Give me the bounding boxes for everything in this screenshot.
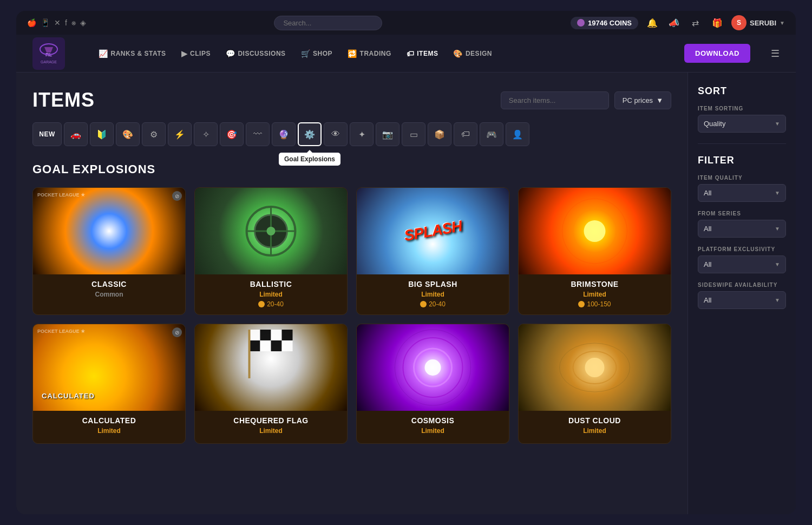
nav-ranks-stats[interactable]: 📈 RANKS & STATS bbox=[92, 45, 173, 62]
items-header: ITEMS PC prices ▼ bbox=[32, 89, 671, 111]
item-classic-nobadge-icon: ⊘ bbox=[172, 191, 182, 201]
series-select-value: All bbox=[704, 225, 711, 233]
nav-discussions[interactable]: 💬 DISCUSSIONS bbox=[219, 45, 292, 62]
user-badge[interactable]: S SERUBI ▼ bbox=[731, 15, 785, 30]
wheels-icon: ⚙ bbox=[150, 129, 158, 140]
item-chequered-flag-image bbox=[195, 324, 347, 411]
filter-title: FILTER bbox=[698, 155, 786, 166]
cat-engine-button[interactable]: 👁 bbox=[324, 122, 348, 146]
item-big-splash-price-value: 20-40 bbox=[429, 300, 446, 308]
right-sidebar: SORT ITEM SORTING Quality ▼ FILTER ITEM … bbox=[687, 73, 796, 514]
paint-icon: 🎨 bbox=[122, 129, 133, 140]
logo-area[interactable]: RL GARAGE bbox=[32, 37, 65, 70]
ranks-icon: 📈 bbox=[99, 49, 108, 58]
item-ballistic-price-value: 20-40 bbox=[267, 300, 284, 308]
price-dropdown[interactable]: PC prices ▼ bbox=[614, 91, 671, 109]
nav-clips-label: CLIPS bbox=[190, 50, 211, 57]
item-brimstone[interactable]: BRIMSTONE Limited 100-150 bbox=[518, 187, 671, 315]
goal-explosions-tooltip: Goal Explosions bbox=[279, 153, 340, 166]
search-input[interactable] bbox=[274, 16, 382, 30]
item-classic[interactable]: POCKET LEAGUE ★ ⊘ CLASSIC Common bbox=[32, 187, 186, 315]
cat-new-button[interactable]: NEW bbox=[32, 122, 62, 146]
item-cosmosis[interactable]: COSMOSIS Limited bbox=[356, 324, 509, 444]
hamburger-icon[interactable]: ☰ bbox=[771, 48, 780, 60]
platform-select[interactable]: All ▼ bbox=[698, 255, 786, 273]
screen-icon: ▭ bbox=[410, 129, 418, 140]
download-button[interactable]: DOWNLOAD bbox=[684, 44, 750, 63]
sideswipe-select[interactable]: All ▼ bbox=[698, 291, 786, 309]
series-select[interactable]: All ▼ bbox=[698, 220, 786, 238]
cat-cars-button[interactable]: 🚗 bbox=[64, 122, 88, 146]
camera-icon: 📷 bbox=[382, 129, 393, 140]
cat-screen-button[interactable]: ▭ bbox=[402, 122, 425, 146]
brimstone-svg bbox=[519, 188, 671, 274]
item-ballistic[interactable]: BALLISTIC Limited 20-40 bbox=[194, 187, 348, 315]
cat-paint-button[interactable]: 🎨 bbox=[116, 122, 140, 146]
price-coin-icon bbox=[258, 301, 265, 307]
item-calculated-quality: Limited bbox=[41, 427, 178, 435]
facebook-icon: f bbox=[65, 18, 67, 27]
cat-decals-button[interactable]: 🔰 bbox=[90, 122, 114, 146]
sorting-chevron-icon: ▼ bbox=[775, 121, 780, 127]
item-sorting-label: ITEM SORTING bbox=[698, 106, 786, 111]
cat-toppers-button[interactable]: 🎯 bbox=[220, 122, 244, 146]
item-big-splash[interactable]: SPLASH BIG SPLASH Limited 20-40 bbox=[356, 187, 509, 315]
user-dropdown-chevron-icon: ▼ bbox=[780, 20, 785, 26]
cat-misc-button[interactable]: 📦 bbox=[428, 122, 451, 146]
svg-rect-14 bbox=[250, 330, 260, 340]
avatar: S bbox=[731, 15, 746, 30]
gift-icon[interactable]: 🎁 bbox=[710, 15, 725, 30]
cat-avatar-button[interactable]: 👤 bbox=[506, 122, 529, 146]
item-classic-brand: POCKET LEAGUE ★ bbox=[37, 192, 85, 198]
item-chequered-flag[interactable]: CHEQUERED FLAG Limited bbox=[194, 324, 348, 444]
cat-gestures-button[interactable]: 🎮 bbox=[480, 122, 503, 146]
trails-icon: ✧ bbox=[202, 129, 209, 140]
svg-rect-17 bbox=[282, 330, 293, 340]
nav-links: 📈 RANKS & STATS ▶ CLIPS 💬 DISCUSSIONS 🛒 … bbox=[92, 45, 668, 62]
nav-items[interactable]: 🏷 ITEMS bbox=[400, 45, 445, 62]
cat-wheels-button[interactable]: ⚙ bbox=[142, 122, 166, 146]
item-calculated-nobadge-icon: ⊘ bbox=[172, 327, 182, 337]
quality-select[interactable]: All ▼ bbox=[698, 184, 786, 202]
item-dust-cloud-image bbox=[519, 324, 671, 411]
cat-tags-button[interactable]: 🏷 bbox=[454, 122, 477, 146]
logo-icon: RL GARAGE bbox=[32, 37, 65, 70]
banners-icon: 🔮 bbox=[278, 129, 289, 140]
cat-music-button[interactable]: ✦ bbox=[350, 122, 374, 146]
item-brimstone-quality: Limited bbox=[526, 291, 663, 298]
big-splash-text-overlay: SPLASH bbox=[403, 218, 463, 245]
nav-trading[interactable]: 🔁 TRADING bbox=[341, 45, 398, 62]
design-icon: 🎨 bbox=[453, 49, 463, 58]
misc-icon: 📦 bbox=[434, 129, 445, 140]
cat-goal-explosions-button[interactable]: ⚙️ Goal Explosions bbox=[298, 122, 322, 146]
nav-design[interactable]: 🎨 DESIGN bbox=[447, 45, 499, 62]
svg-rect-16 bbox=[271, 330, 282, 340]
nav-shop[interactable]: 🛒 SHOP bbox=[294, 45, 339, 62]
cat-camera-button[interactable]: 📷 bbox=[376, 122, 400, 146]
item-calculated[interactable]: POCKET LEAGUE ★ ⊘ CALCULATED CALCULATED … bbox=[32, 324, 186, 444]
cat-boosts-button[interactable]: ⚡ bbox=[168, 122, 192, 146]
sorting-select[interactable]: Quality ▼ bbox=[698, 115, 786, 133]
content-area: ITEMS PC prices ▼ NEW 🚗 🔰 bbox=[16, 73, 687, 514]
item-classic-image: POCKET LEAGUE ★ ⊘ bbox=[33, 188, 185, 274]
svg-rect-15 bbox=[260, 330, 271, 340]
notification-bell-icon[interactable]: 🔔 bbox=[645, 15, 660, 30]
item-ballistic-info: BALLISTIC Limited 20-40 bbox=[195, 274, 347, 314]
trade-icon[interactable]: ⇄ bbox=[688, 15, 703, 30]
coins-badge: 19746 COINS bbox=[571, 17, 638, 29]
nav-clips[interactable]: ▶ CLIPS bbox=[175, 45, 217, 62]
megaphone-icon[interactable]: 📣 bbox=[666, 15, 682, 30]
item-dust-cloud[interactable]: DUST CLOUD Limited bbox=[518, 324, 671, 444]
cat-antenna-button[interactable]: 〰 bbox=[246, 122, 270, 146]
category-bar: NEW 🚗 🔰 🎨 ⚙ ⚡ ✧ bbox=[32, 122, 671, 146]
cat-banners-button[interactable]: 🔮 bbox=[272, 122, 296, 146]
platform-chevron-icon: ▼ bbox=[775, 261, 780, 267]
sideswipe-chevron-icon: ▼ bbox=[775, 297, 780, 303]
cat-trails-button[interactable]: ✧ bbox=[194, 122, 218, 146]
platform-label: PLATFORM EXCLUSIVITY bbox=[698, 246, 786, 252]
apple-icon: 🍎 bbox=[27, 18, 36, 27]
search-items-input[interactable] bbox=[501, 91, 609, 109]
item-ballistic-image bbox=[195, 188, 347, 274]
svg-rect-21 bbox=[282, 340, 293, 351]
price-coin-icon-2 bbox=[420, 301, 427, 307]
